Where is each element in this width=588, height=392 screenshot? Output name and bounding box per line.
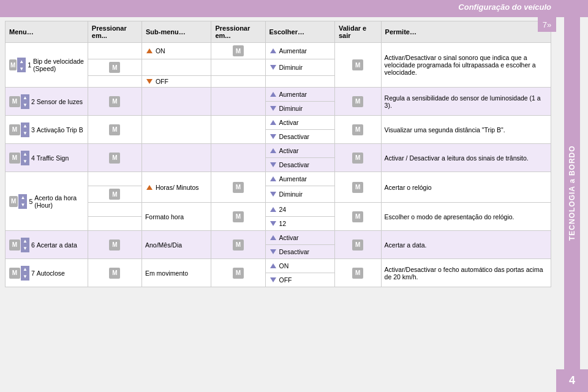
permit-cell-5a: Acertar o relógio	[381, 172, 551, 203]
submenu-cell-7: Em movimento	[141, 259, 211, 287]
menu-num-3: 3	[31, 126, 35, 134]
choose-tri-down-7	[270, 277, 276, 282]
btn-down-5[interactable]: ▼	[18, 202, 27, 209]
choose-cell-2up: Aumentar	[265, 88, 334, 102]
choose-tri-up-6	[270, 235, 276, 240]
menu-num-7: 7	[31, 270, 35, 277]
choose-up-6: Activar	[279, 234, 299, 241]
menu-cell-1: M ▲ ▼ 1 Bip de velocidade (Speed)	[6, 43, 88, 88]
choose-tri-up-5b	[270, 207, 276, 212]
btn-m-sub-7[interactable]: M	[233, 268, 244, 279]
header-title: Configuração do veículo	[458, 2, 551, 12]
submenu-off-1: OFF	[156, 78, 168, 85]
press2-cell-1a: M	[211, 43, 265, 59]
choose-tri-up-4	[270, 148, 276, 153]
btn-down-4[interactable]: ▼	[21, 158, 29, 165]
btn-down-2[interactable]: ▼	[21, 102, 29, 109]
press2-cell-3	[211, 116, 265, 144]
submenu-cell-1c: OFF	[141, 76, 211, 88]
btn-m-val-6[interactable]: M	[352, 239, 363, 251]
btn-m-menu-7[interactable]: M	[109, 268, 120, 279]
choose-cell-5b-12: 12	[265, 217, 334, 231]
btn-m-3[interactable]: M	[9, 124, 20, 135]
btn-up-3[interactable]: ▲	[21, 123, 29, 130]
btn-down-7[interactable]: ▼	[21, 273, 29, 281]
submenu-cell-5a: Horas/ Minutos	[141, 172, 211, 203]
menu-cell-5: M ▲ ▼ 5 Acerto da hora (Hour)	[6, 172, 88, 231]
table-row: M ▲ ▼ 6 Acertar a data M	[6, 231, 551, 245]
choose-cell-1down: Diminuir	[265, 59, 334, 76]
choose-down-2: Diminuir	[279, 105, 303, 112]
btn-m-4[interactable]: M	[9, 153, 20, 164]
permit-text-1: Activar/Desactivar o sinal sonoro que in…	[385, 54, 536, 76]
btn-m-menu-1[interactable]: M	[109, 62, 120, 73]
col-header-press2: Pressionar em...	[211, 21, 265, 43]
updown-3: ▲ ▼	[21, 123, 29, 137]
press1-cell-5c	[88, 203, 141, 217]
btn-m-5[interactable]: M	[9, 196, 18, 207]
choose-down-6: Desactivar	[279, 248, 310, 255]
choose-24: 24	[279, 206, 287, 213]
choose-tri-up-7	[270, 263, 276, 268]
permit-cell-3: Visualizar uma segunda distância "Trip B…	[381, 116, 551, 144]
choose-off-7: OFF	[279, 276, 292, 284]
press1-cell-6: M	[88, 231, 141, 259]
choose-tri-down-3	[270, 134, 276, 139]
permit-text-5b: Escolher o modo de apresentação do relóg…	[385, 213, 514, 221]
btn-m-val-5b[interactable]: M	[352, 211, 363, 222]
btn-m-sub-1a[interactable]: M	[233, 45, 244, 56]
col-header-validate: Validar e sair	[334, 21, 381, 43]
permit-cell-4: Activar / Desactivar a leitura dos sinai…	[381, 144, 551, 172]
col-header-permit: Permite…	[381, 21, 551, 43]
permit-cell-6: Acertar a data.	[381, 231, 551, 259]
permit-text-5a: Acertar o relógio	[385, 184, 432, 191]
btn-up-7[interactable]: ▲	[21, 266, 29, 273]
choose-up-3: Activar	[279, 119, 299, 126]
press1-cell-7: M	[88, 259, 141, 287]
btn-down-3[interactable]: ▼	[21, 130, 29, 137]
permit-text-4: Activar / Desactivar a leitura dos sinai…	[385, 154, 529, 162]
btn-up-2[interactable]: ▲	[21, 94, 29, 102]
btn-m-val-7[interactable]: M	[352, 268, 363, 279]
updown-7: ▲ ▼	[21, 266, 29, 281]
page-header: Configuração do veículo	[0, 0, 588, 17]
validate-cell-6: M	[334, 231, 381, 259]
btn-down-6[interactable]: ▼	[21, 245, 29, 252]
btn-m-val-5a[interactable]: M	[352, 182, 363, 193]
btn-m-sub-6[interactable]: M	[233, 239, 244, 251]
btn-m-2[interactable]: M	[9, 96, 20, 107]
press1-cell-4: M	[88, 144, 141, 172]
btn-m-6[interactable]: M	[9, 239, 20, 251]
btn-down-1[interactable]: ▼	[17, 65, 26, 72]
menu-cell-4: M ▲ ▼ 4 Traffic Sign	[6, 144, 88, 172]
updown-6: ▲ ▼	[21, 238, 29, 252]
btn-m-7[interactable]: M	[9, 268, 20, 279]
btn-m-menu-2[interactable]: M	[109, 96, 120, 107]
btn-m-menu-5[interactable]: M	[109, 189, 120, 200]
btn-m-menu-4[interactable]: M	[109, 153, 120, 164]
content-area: Menu… Pressionar em... Sub-menu… Pressio…	[0, 17, 588, 392]
btn-m-val-1[interactable]: M	[352, 59, 363, 70]
press1-cell-2: M	[88, 88, 141, 116]
btn-up-6[interactable]: ▲	[21, 238, 29, 245]
btn-m-sub-5b[interactable]: M	[233, 211, 244, 222]
choose-tri-down-1	[270, 65, 276, 70]
menu-num-4: 4	[31, 154, 35, 162]
btn-m-menu-6[interactable]: M	[109, 239, 120, 251]
choose-cell-6down: Desactivar	[265, 245, 334, 259]
col-header-choose: Escolher…	[265, 21, 334, 43]
btn-m-val-4[interactable]: M	[352, 153, 363, 164]
choose-cell-5b-24: 24	[265, 203, 334, 217]
btn-m-val-3[interactable]: M	[352, 124, 363, 135]
press1-cell-1a	[88, 43, 141, 59]
btn-m-menu-3[interactable]: M	[109, 124, 120, 135]
submenu-cell-6: Ano/Mês/Dia	[141, 231, 211, 259]
btn-m-val-2[interactable]: M	[352, 96, 363, 107]
btn-up-4[interactable]: ▲	[21, 151, 29, 158]
table-row: M ▲ ▼ 3 Activação Trip B M	[6, 116, 551, 130]
btn-up-5[interactable]: ▲	[18, 194, 27, 202]
updown-2: ▲ ▼	[21, 94, 29, 109]
btn-m-sub-5a[interactable]: M	[233, 182, 244, 193]
btn-m-1[interactable]: M	[9, 59, 17, 70]
btn-up-1[interactable]: ▲	[17, 58, 26, 65]
